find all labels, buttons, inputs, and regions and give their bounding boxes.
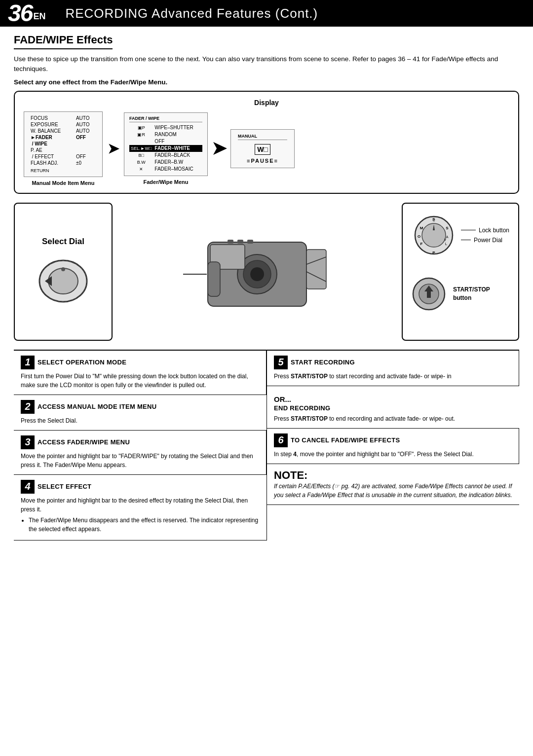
svg-rect-12 <box>237 240 243 244</box>
step-3-num: 3 <box>21 435 35 449</box>
step-2-title: ACCESS MANUAL MODE ITEM MENU <box>38 403 156 410</box>
display-label: Display <box>24 99 509 107</box>
manual-mode-caption: Manual Mode Item Menu <box>32 180 94 186</box>
step-4-bullet: The Fader/Wipe Menu disappears and the e… <box>29 516 260 534</box>
step-1-header: 1 SELECT OPERATION MODE <box>21 356 259 369</box>
display-screens: FOCUSAUTO EXPOSUREAUTO W. BALANCEAUTO ►F… <box>24 111 509 186</box>
arrow-big-icon: ➤ <box>212 138 227 159</box>
diagram-area: Select Dial <box>14 203 519 341</box>
step-5-num: 5 <box>274 356 288 369</box>
svg-text:S: S <box>446 226 449 230</box>
step-3-title: ACCESS FADER/WIPE MENU <box>38 438 130 446</box>
step-1-num: 1 <box>21 356 35 369</box>
header-title: RECORDING Advanced Features (Cont.) <box>65 6 318 21</box>
svg-rect-14 <box>208 262 220 296</box>
right-steps-col: 5 START RECORDING Press START/STOP to st… <box>266 351 519 540</box>
power-dial-svg: S C S M O F P L A Y <box>412 211 456 260</box>
step-5-body: Press START/STOP to start recording and … <box>274 372 512 381</box>
select-dial-svg <box>36 252 90 307</box>
main-content: FADE/WIPE Effects Use these to spice up … <box>0 27 533 547</box>
step-6-body: In step 4, move the pointer and highligh… <box>274 450 512 459</box>
svg-point-8 <box>250 267 264 281</box>
section-title: FADE/WIPE Effects <box>14 34 113 49</box>
end-rec-header: END RECORDING <box>274 404 512 412</box>
manual-mode-menu: FOCUSAUTO EXPOSUREAUTO W. BALANCEAUTO ►F… <box>24 111 103 177</box>
lock-power-area: S C S M O F P L A Y <box>412 211 509 263</box>
display-box: Display FOCUSAUTO EXPOSUREAUTO W. BALANC… <box>14 91 519 194</box>
start-stop-svg <box>412 277 446 311</box>
svg-text:L: L <box>445 242 448 246</box>
camera-area <box>122 203 392 341</box>
page-number: 36 <box>8 1 32 25</box>
svg-text:M: M <box>420 226 423 230</box>
arrow-right-icon: ➤ <box>108 141 119 157</box>
svg-text:F: F <box>420 242 423 246</box>
fader-wipe-label: FADER / WIPE <box>129 116 202 122</box>
lock-label: Lock button <box>461 227 509 234</box>
step-2-body: Press the Select Dial. <box>21 416 260 425</box>
intro-text: Use these to spice up the transition fro… <box>14 54 519 74</box>
end-rec-body: Press START/STOP to end recording and ac… <box>274 414 512 423</box>
step-6-title: TO CANCEL FADE/WIPE EFFECTS <box>291 436 400 444</box>
select-dial-box: Select Dial <box>14 203 113 341</box>
header-recording: RECORDING <box>65 6 148 21</box>
manual-pause-screen: MANUAL W□ ≡PAUSE≡ <box>230 129 295 168</box>
step-5-header: 5 START RECORDING <box>274 356 512 369</box>
steps-grid: 1 SELECT OPERATION MODE First turn the P… <box>14 350 519 540</box>
fader-wipe-caption: Fader/Wipe Menu <box>144 179 189 185</box>
header-rest: Advanced Features (Cont.) <box>148 6 318 21</box>
left-steps-col: 1 SELECT OPERATION MODE First turn the P… <box>14 351 266 540</box>
page-header: 36 EN RECORDING Advanced Features (Cont.… <box>0 0 533 27</box>
step-1: 1 SELECT OPERATION MODE First turn the P… <box>14 351 266 395</box>
svg-text:O: O <box>418 234 420 239</box>
step-4-title: SELECT EFFECT <box>38 483 91 490</box>
svg-rect-13 <box>247 240 253 244</box>
step-5: 5 START RECORDING Press START/STOP to st… <box>267 351 519 386</box>
end-rec-title: END RECORDING <box>274 404 330 412</box>
page-en: EN <box>33 11 45 22</box>
or-end-recording: OR... END RECORDING Press START/STOP to … <box>267 386 519 429</box>
svg-text:C: C <box>432 218 435 222</box>
power-label: Power Dial <box>461 237 509 244</box>
sub-heading: Select any one effect from the Fader/Wip… <box>14 78 519 86</box>
svg-text:P: P <box>432 251 435 255</box>
step-5-title: START RECORDING <box>291 359 355 366</box>
svg-rect-11 <box>228 240 233 244</box>
step-2: 2 ACCESS MANUAL MODE ITEM MENU Press the… <box>14 395 266 431</box>
step-4: 4 SELECT EFFECT Move the pointer and hig… <box>14 475 266 540</box>
step-6-num: 6 <box>274 433 288 447</box>
step-3-body: Move the pointer and highlight bar to "F… <box>21 452 259 469</box>
start-stop-label: START/STOPbutton <box>453 286 490 302</box>
step-2-num: 2 <box>21 400 35 414</box>
step-6-header: 6 TO CANCEL FADE/WIPE EFFECTS <box>274 433 512 447</box>
fader-wipe-menu: FADER / WIPE ▣PWIPE–SHUTTER ▣RRANDOM OFF… <box>124 112 208 176</box>
step-2-header: 2 ACCESS MANUAL MODE ITEM MENU <box>21 400 260 414</box>
select-dial-label: Select Dial <box>42 237 84 247</box>
camera-svg <box>178 213 336 331</box>
step-3-header: 3 ACCESS FADER/WIPE MENU <box>21 435 259 449</box>
controls-box: S C S M O F P L A Y <box>402 203 519 341</box>
controls-labels: Lock button Power Dial <box>461 227 509 244</box>
step-1-title: SELECT OPERATION MODE <box>38 359 126 366</box>
svg-point-4 <box>61 267 65 271</box>
step-4-body: Move the pointer and highlight bar to th… <box>21 496 260 534</box>
step-6: 6 TO CANCEL FADE/WIPE EFFECTS In step 4,… <box>267 429 519 464</box>
svg-point-1 <box>48 268 78 294</box>
step-4-header: 4 SELECT EFFECT <box>21 480 260 494</box>
svg-text:A: A <box>446 235 449 239</box>
power-dial-label: Power Dial <box>474 237 502 244</box>
start-stop-area: START/STOPbutton <box>412 277 509 311</box>
note-title: NOTE: <box>274 469 512 482</box>
note-body: If certain P.AE/Effects (☞ pg. 42) are a… <box>274 482 512 500</box>
step-3: 3 ACCESS FADER/WIPE MENU Move the pointe… <box>14 431 266 475</box>
note-section: NOTE: If certain P.AE/Effects (☞ pg. 42)… <box>267 464 519 505</box>
svg-text:Y: Y <box>444 238 447 242</box>
step-1-body: First turn the Power Dial to "M" while p… <box>21 372 259 390</box>
step-4-num: 4 <box>21 480 35 494</box>
or-label: OR... <box>274 395 512 403</box>
lock-button-label: Lock button <box>479 227 509 234</box>
svg-rect-10 <box>306 250 326 289</box>
svg-rect-34 <box>427 291 431 298</box>
